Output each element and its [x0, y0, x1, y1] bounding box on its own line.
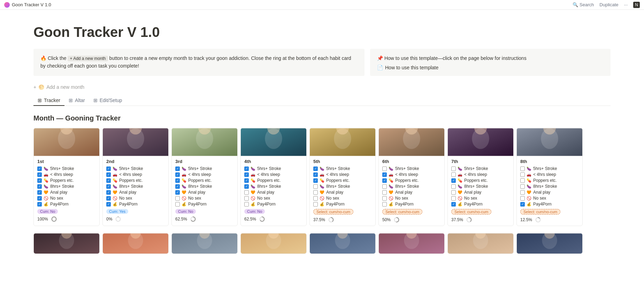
checkbox-0[interactable]	[451, 166, 456, 171]
item-label-1: < 4hrs sleep	[464, 172, 487, 177]
card-item-1: 🚗 < 4hrs sleep	[37, 172, 96, 177]
checkbox-3[interactable]	[382, 184, 387, 189]
item-label-5: No sex	[257, 196, 270, 201]
info-box-left: 🔥 Click the + Add a new month button to …	[33, 49, 365, 76]
item-label-6: Pay4Porn	[395, 202, 414, 207]
checkbox-4[interactable]	[382, 190, 387, 195]
checkbox-4[interactable]	[313, 190, 318, 195]
add-new-month-row[interactable]: + 🌕 Add a new month	[33, 84, 611, 90]
duplicate-button[interactable]: Duplicate	[599, 2, 618, 7]
checkbox-5[interactable]	[313, 196, 318, 201]
checkbox-2[interactable]	[313, 178, 318, 183]
cum-badge[interactable]: Cum: No	[244, 209, 265, 214]
checkbox-2[interactable]	[520, 178, 525, 183]
checkbox-1[interactable]	[451, 172, 456, 177]
progress-label: 62.5%	[175, 217, 187, 222]
search-button[interactable]: 🔍 Search	[573, 2, 594, 7]
cum-badge[interactable]: Select: cum/no-cum	[520, 209, 560, 215]
checkbox-6[interactable]	[451, 202, 456, 207]
item-label-1: < 4hrs sleep	[257, 172, 280, 177]
cum-badge[interactable]: Cum: No	[175, 209, 196, 214]
cum-badge[interactable]: Cum: Yes	[106, 209, 128, 214]
checkbox-1[interactable]	[37, 172, 42, 177]
checkbox-1[interactable]	[244, 172, 249, 177]
app-icon	[4, 2, 10, 8]
checkbox-3[interactable]	[520, 184, 525, 189]
cum-badge[interactable]: Select: cum/no-cum	[313, 209, 353, 215]
tab-altar[interactable]: ⊞ Altar	[64, 95, 89, 106]
checkbox-4[interactable]	[520, 190, 525, 195]
checkbox-6[interactable]	[244, 202, 249, 207]
section-title: Month — Gooning Tracker	[33, 114, 611, 122]
checkbox-6[interactable]	[175, 202, 180, 207]
card-6: 6th 🍆 5hrs+ Stroke 🚗 < 4hrs sleep 💊 Popp…	[378, 128, 445, 226]
bottom-card-2	[102, 233, 169, 254]
topbar-left: Goon Tracker V 1.0	[4, 2, 51, 8]
checkbox-3[interactable]	[451, 184, 456, 189]
checkbox-2[interactable]	[37, 178, 42, 183]
checkbox-0[interactable]	[382, 166, 387, 171]
template-link[interactable]: 📄 How to use this template	[377, 65, 604, 70]
cum-badge[interactable]: Select: cum/no-cum	[451, 209, 491, 215]
checkbox-1[interactable]	[313, 172, 318, 177]
checkbox-2[interactable]	[244, 178, 249, 183]
card-body: 1st 🍆 5hrs+ Stroke 🚗 < 4hrs sleep 💊 Popp…	[34, 156, 99, 225]
item-label-6: Pay4Porn	[326, 202, 345, 207]
checkbox-5[interactable]	[244, 196, 249, 201]
tab-tracker[interactable]: ⊞ Tracker	[33, 95, 64, 106]
more-button[interactable]: ···	[624, 2, 628, 7]
checkbox-3[interactable]	[244, 184, 249, 189]
checkbox-2[interactable]	[106, 178, 111, 183]
checkbox-2[interactable]	[175, 178, 180, 183]
card-item-0: 🍆 5hrs+ Stroke	[313, 166, 372, 171]
checkbox-6[interactable]	[382, 202, 387, 207]
checkbox-0[interactable]	[106, 166, 111, 171]
checkbox-4[interactable]	[37, 190, 42, 195]
item-label-5: No sex	[326, 196, 339, 201]
checkbox-0[interactable]	[244, 166, 249, 171]
checkbox-0[interactable]	[175, 166, 180, 171]
checkbox-4[interactable]	[451, 190, 456, 195]
item-label-6: Pay4Porn	[257, 202, 276, 207]
checkbox-1[interactable]	[520, 172, 525, 177]
checkbox-5[interactable]	[451, 196, 456, 201]
bottom-card-7	[447, 233, 514, 254]
item-label-4: Anal play	[326, 190, 343, 195]
checkbox-6[interactable]	[37, 202, 42, 207]
app-name: Goon Tracker V 1.0	[12, 2, 51, 7]
checkbox-1[interactable]	[106, 172, 111, 177]
item-label-5: No sex	[188, 196, 201, 201]
checkbox-0[interactable]	[520, 166, 525, 171]
item-label-0: 5hrs+ Stroke	[395, 166, 419, 171]
checkbox-4[interactable]	[244, 190, 249, 195]
checkbox-3[interactable]	[313, 184, 318, 189]
checkbox-6[interactable]	[520, 202, 525, 207]
checkbox-5[interactable]	[37, 196, 42, 201]
checkbox-6[interactable]	[106, 202, 111, 207]
item-icon-3: 🍆	[389, 184, 393, 189]
checkbox-5[interactable]	[520, 196, 525, 201]
checkbox-5[interactable]	[106, 196, 111, 201]
checkbox-2[interactable]	[451, 178, 456, 183]
checkbox-5[interactable]	[382, 196, 387, 201]
checkbox-3[interactable]	[106, 184, 111, 189]
checkbox-3[interactable]	[37, 184, 42, 189]
checkbox-5[interactable]	[175, 196, 180, 201]
tab-editsetup[interactable]: ⊞ Edit/Setup	[89, 95, 127, 106]
checkbox-0[interactable]	[37, 166, 42, 171]
add-month-label[interactable]: Add a new month	[46, 84, 84, 90]
checkbox-6[interactable]	[313, 202, 318, 207]
item-icon-3: 🍆	[44, 184, 48, 189]
card-date: 6th	[382, 159, 441, 164]
checkbox-4[interactable]	[175, 190, 180, 195]
checkbox-2[interactable]	[382, 178, 387, 183]
item-icon-1: 🚗	[44, 172, 48, 177]
checkbox-1[interactable]	[382, 172, 387, 177]
checkbox-4[interactable]	[106, 190, 111, 195]
checkbox-1[interactable]	[175, 172, 180, 177]
checkbox-0[interactable]	[313, 166, 318, 171]
cum-badge[interactable]: Cum: No	[37, 209, 58, 214]
cum-badge[interactable]: Select: cum/no-cum	[382, 209, 422, 215]
checkbox-3[interactable]	[175, 184, 180, 189]
item-icon-6: 💰	[527, 202, 531, 207]
